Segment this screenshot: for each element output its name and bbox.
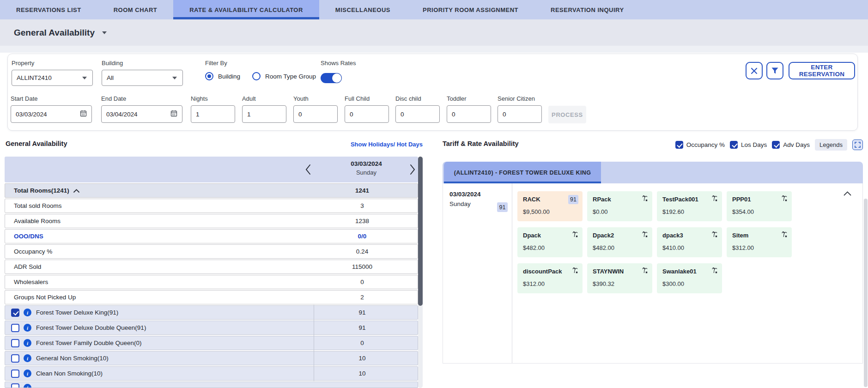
metric-label: OOO/DNS	[14, 233, 43, 240]
tariff-panel-title: Tariff & Rate Availability	[443, 140, 519, 147]
room-type-checkbox[interactable]	[11, 370, 19, 378]
rate-plan-name: dpack3	[662, 232, 683, 239]
room-type-checkbox[interactable]	[11, 324, 19, 332]
option-checkbox[interactable]	[675, 141, 683, 149]
nav-tab[interactable]: ROOM CHART	[97, 0, 174, 19]
room-type-checkbox[interactable]	[11, 383, 19, 388]
option-checkbox[interactable]	[772, 141, 780, 149]
rate-card[interactable]: dpack3 $410.00	[657, 227, 722, 257]
calendar-icon[interactable]	[170, 109, 178, 119]
legends-button[interactable]: Legends	[815, 139, 847, 151]
rate-card[interactable]: discountPack $312.00	[517, 263, 583, 293]
page-title: General Availability	[14, 28, 95, 38]
youth-input[interactable]: 0	[293, 105, 338, 123]
shows-rates-toggle[interactable]	[321, 73, 342, 83]
room-type-checkbox[interactable]	[11, 354, 19, 363]
rates-panel: 03/03/2024 Sunday 91 RACK 91 $9,500.00 R…	[443, 183, 863, 364]
option-label: Los Days	[741, 141, 767, 148]
rate-card[interactable]: PPP01 $354.00	[727, 191, 792, 221]
room-type-checkbox[interactable]	[11, 309, 19, 317]
info-icon[interactable]	[24, 370, 31, 377]
rate-date-cell: 03/03/2024 Sunday 91	[443, 183, 512, 363]
senior-citizen-input[interactable]: 0	[498, 105, 542, 123]
table-row: Forest Tower Family Double Queen(0) 0	[5, 336, 418, 350]
full-child-input[interactable]: 0	[345, 105, 389, 123]
rate-plan-name: STAYNWIN	[593, 268, 624, 275]
metric-label: ADR Sold	[14, 263, 41, 270]
disc-child-label: Disc child	[395, 95, 440, 102]
filter-by-radio[interactable]	[205, 72, 213, 80]
expand-icon[interactable]	[852, 139, 863, 150]
rate-card[interactable]: Dpack2 $482.00	[587, 227, 652, 257]
rate-card[interactable]: Sitem $312.00	[727, 227, 792, 257]
table-row: Occupancy % 0.24	[5, 244, 418, 259]
calendar-icon[interactable]	[79, 109, 87, 119]
rate-card[interactable]: TestPack001 $192.60	[657, 191, 722, 221]
building-select[interactable]: All	[102, 70, 183, 86]
package-icon	[641, 267, 648, 275]
chevron-up-icon[interactable]	[73, 189, 79, 193]
end-date-label: End Date	[101, 95, 182, 102]
room-type-checkbox[interactable]	[11, 339, 19, 347]
rate-card[interactable]: RPack $0.00	[587, 191, 652, 221]
chevron-right-icon[interactable]	[409, 164, 416, 177]
clear-button[interactable]	[746, 62, 763, 79]
rate-price: $312.00	[732, 244, 754, 251]
nav-tab[interactable]: RESERVATION INQUIRY	[534, 0, 640, 19]
disc-child-input[interactable]: 0	[395, 105, 440, 123]
tariff-option[interactable]: Occupancy %	[675, 141, 725, 149]
rate-price: $192.60	[662, 208, 684, 215]
metric-value: 3	[332, 202, 392, 209]
nights-value: 1	[196, 111, 200, 118]
full-child-label: Full Child	[345, 95, 389, 102]
info-icon[interactable]	[24, 309, 31, 316]
nav-tab[interactable]: MISCELLANEOUS	[319, 0, 407, 19]
chevron-down-icon	[172, 77, 177, 79]
info-icon[interactable]	[24, 384, 31, 388]
property-select[interactable]: ALLINT2410	[12, 70, 93, 86]
page-scrollbar-thumb[interactable]	[864, 199, 868, 387]
tariff-option[interactable]: Los Days	[730, 141, 767, 149]
table-scrollbar-thumb[interactable]	[418, 157, 423, 306]
room-type-tab[interactable]: (ALLINT2410) - FOREST TOWER DELUXE KING	[444, 162, 601, 183]
rate-plan-name: Sitem	[732, 232, 748, 239]
table-row: Forest Tower Deluxe King(91) 91	[5, 305, 418, 320]
rate-card[interactable]: STAYNWIN $390.32	[587, 263, 652, 293]
senior-citizen-field: Senior Citizen 0	[498, 95, 542, 123]
option-checkbox[interactable]	[730, 141, 738, 149]
info-icon[interactable]	[24, 354, 31, 362]
chevron-down-icon[interactable]	[102, 31, 107, 34]
package-icon	[571, 230, 578, 239]
filter-by-radio[interactable]	[252, 72, 261, 80]
nav-tab[interactable]: RESERVATIONS LIST	[0, 0, 97, 19]
rate-price: $9,500.00	[523, 208, 550, 215]
show-holidays-link[interactable]: Show Holidays/ Hot Days	[303, 141, 423, 148]
info-icon[interactable]	[24, 339, 31, 347]
metric-label: Groups Not Picked Up	[14, 294, 76, 301]
title-bar: General Availability	[0, 19, 868, 46]
nav-tab[interactable]: RATE & AVAILABILITY CALCULATOR	[173, 0, 319, 19]
rate-card[interactable]: RACK 91 $9,500.00	[517, 191, 583, 221]
occupancy-badge: 91	[568, 195, 578, 204]
rate-card[interactable]: Swanlake01 $300.00	[657, 263, 722, 293]
building-field: Building All	[102, 60, 183, 86]
enter-reservation-button[interactable]: ENTER RESERVATION	[789, 62, 855, 79]
chevron-left-icon[interactable]	[305, 164, 311, 177]
collapse-icon[interactable]	[844, 190, 851, 197]
filter-button[interactable]	[766, 62, 783, 79]
info-icon[interactable]	[24, 324, 31, 332]
start-date-input[interactable]: 03/03/2024	[11, 105, 92, 123]
nights-input[interactable]: 1	[191, 105, 235, 123]
filter-by-label: Filter By	[205, 60, 323, 67]
nav-tab[interactable]: PRIORITY ROOM ASSIGNMENT	[407, 0, 534, 19]
rate-card[interactable]: Dpack $482.00	[517, 227, 583, 257]
metric-value: 0.24	[332, 248, 392, 255]
process-button[interactable]: PROCESS	[548, 106, 586, 123]
end-date-input[interactable]: 03/04/2024	[101, 105, 182, 123]
adult-input[interactable]: 1	[242, 105, 286, 123]
tariff-option[interactable]: Adv Days	[772, 141, 810, 149]
youth-field: Youth 0	[293, 95, 338, 123]
divider	[0, 46, 868, 53]
toddler-input[interactable]: 0	[447, 105, 491, 123]
rate-plan-name: RPack	[593, 196, 611, 203]
